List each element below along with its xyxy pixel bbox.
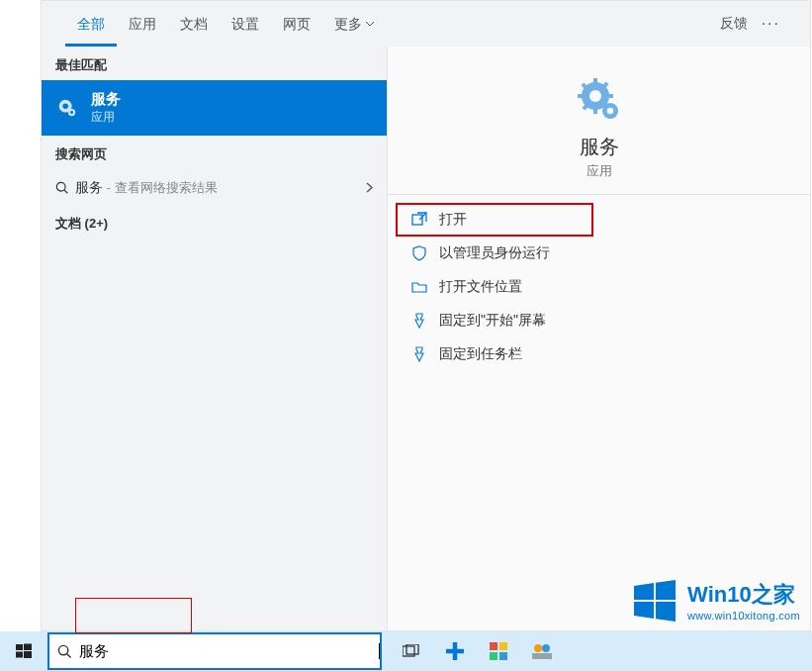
svg-rect-28 bbox=[446, 649, 464, 654]
svg-rect-9 bbox=[578, 94, 584, 98]
web-term-dash: - bbox=[103, 180, 115, 195]
svg-rect-31 bbox=[490, 652, 497, 660]
taskbar-app-1[interactable] bbox=[433, 631, 477, 671]
search-panel: 全部 应用 文档 设置 网页 更多 反馈 ··· 最佳匹配 服务 应用 搜索网页 bbox=[41, 0, 811, 631]
results-column: 最佳匹配 服务 应用 搜索网页 服务 - 查看网络搜索结果 bbox=[42, 47, 387, 630]
svg-point-23 bbox=[58, 645, 67, 654]
watermark-title: Win10之家 bbox=[687, 580, 800, 610]
web-term-sub: 查看网络搜索结果 bbox=[115, 180, 218, 195]
svg-rect-18 bbox=[412, 215, 422, 225]
svg-rect-8 bbox=[593, 108, 597, 114]
svg-rect-30 bbox=[499, 642, 507, 650]
svg-point-34 bbox=[542, 644, 550, 652]
shield-icon bbox=[411, 245, 427, 261]
detail-title: 服务 bbox=[580, 134, 619, 160]
windows-logo-icon bbox=[632, 578, 677, 623]
detail-actions: 打开 以管理员身份运行 打开文件位置 固定到"开始"屏幕 固定到任务栏 bbox=[388, 195, 810, 379]
action-open[interactable]: 打开 bbox=[396, 203, 593, 237]
tab-docs[interactable]: 文档 bbox=[168, 1, 220, 47]
svg-rect-7 bbox=[593, 78, 597, 84]
start-button[interactable] bbox=[0, 631, 47, 671]
action-pin-start-label: 固定到"开始"屏幕 bbox=[439, 312, 546, 330]
best-match-item[interactable]: 服务 应用 bbox=[42, 80, 387, 136]
open-icon bbox=[411, 212, 427, 228]
detail-gear-icon bbox=[576, 76, 623, 124]
tab-all[interactable]: 全部 bbox=[65, 1, 117, 47]
svg-point-33 bbox=[534, 644, 542, 652]
text-caret bbox=[379, 643, 380, 659]
search-input[interactable] bbox=[79, 634, 378, 668]
action-open-location-label: 打开文件位置 bbox=[439, 278, 522, 296]
filter-tabbar: 全部 应用 文档 设置 网页 更多 反馈 ··· bbox=[42, 1, 810, 47]
taskbar-search-box[interactable] bbox=[47, 632, 382, 670]
chevron-right-icon bbox=[366, 180, 373, 196]
chevron-down-icon bbox=[366, 22, 374, 27]
pin-icon bbox=[411, 313, 427, 329]
svg-point-3 bbox=[70, 111, 73, 114]
best-match-title: 服务 bbox=[91, 90, 121, 109]
svg-rect-29 bbox=[490, 642, 497, 650]
detail-sub: 应用 bbox=[586, 162, 612, 180]
docs-section-label[interactable]: 文档 (2+) bbox=[42, 207, 387, 240]
detail-header: 服务 应用 bbox=[388, 47, 810, 195]
svg-point-4 bbox=[56, 182, 65, 191]
action-pin-taskbar[interactable]: 固定到任务栏 bbox=[388, 337, 810, 371]
plus-icon bbox=[446, 642, 464, 660]
svg-point-17 bbox=[606, 108, 612, 114]
svg-rect-32 bbox=[499, 652, 507, 660]
taskbar-app-2[interactable] bbox=[477, 631, 520, 671]
svg-marker-38 bbox=[634, 602, 654, 619]
svg-point-15 bbox=[589, 90, 601, 102]
svg-rect-19 bbox=[16, 644, 23, 650]
tab-settings[interactable]: 设置 bbox=[220, 1, 271, 47]
more-menu-button[interactable]: ··· bbox=[756, 15, 786, 33]
best-match-sub: 应用 bbox=[91, 109, 121, 126]
app-icon bbox=[490, 642, 507, 660]
svg-rect-21 bbox=[16, 652, 23, 658]
tab-web[interactable]: 网页 bbox=[271, 1, 322, 47]
folder-icon bbox=[411, 279, 427, 295]
svg-line-24 bbox=[66, 653, 70, 657]
watermark-url: www.win10xitong.com bbox=[687, 610, 800, 622]
svg-rect-10 bbox=[607, 94, 613, 98]
tab-more[interactable]: 更多 bbox=[322, 1, 386, 47]
services-gear-icon bbox=[55, 96, 79, 120]
action-pin-taskbar-label: 固定到任务栏 bbox=[439, 345, 522, 363]
svg-line-5 bbox=[64, 190, 67, 193]
best-match-label: 最佳匹配 bbox=[42, 47, 387, 80]
action-open-label: 打开 bbox=[439, 211, 467, 229]
search-icon bbox=[49, 644, 79, 659]
feedback-link[interactable]: 反馈 bbox=[712, 15, 756, 33]
people-icon bbox=[532, 643, 552, 659]
action-run-admin-label: 以管理员身份运行 bbox=[439, 244, 550, 262]
windows-logo-icon bbox=[16, 643, 32, 659]
watermark: Win10之家 www.win10xitong.com bbox=[632, 578, 800, 623]
tab-more-label: 更多 bbox=[334, 1, 362, 47]
search-body: 最佳匹配 服务 应用 搜索网页 服务 - 查看网络搜索结果 bbox=[42, 47, 810, 630]
svg-rect-35 bbox=[532, 653, 552, 659]
tab-apps[interactable]: 应用 bbox=[117, 1, 168, 47]
svg-marker-36 bbox=[634, 583, 654, 600]
svg-rect-20 bbox=[24, 644, 32, 651]
task-view-icon bbox=[403, 644, 420, 658]
action-run-admin[interactable]: 以管理员身份运行 bbox=[388, 237, 810, 270]
detail-column: 服务 应用 打开 以管理员身份运行 打开文件位置 固定到"开始 bbox=[387, 47, 810, 630]
task-view-button[interactable] bbox=[390, 631, 433, 671]
pin-icon bbox=[411, 346, 427, 362]
svg-point-1 bbox=[62, 103, 67, 109]
svg-marker-39 bbox=[656, 602, 676, 622]
search-icon bbox=[55, 181, 75, 195]
action-open-location[interactable]: 打开文件位置 bbox=[388, 270, 810, 304]
taskbar-app-3[interactable] bbox=[520, 631, 564, 671]
svg-rect-22 bbox=[24, 651, 32, 658]
taskbar bbox=[0, 631, 812, 671]
web-search-label: 搜索网页 bbox=[42, 136, 387, 169]
web-search-item[interactable]: 服务 - 查看网络搜索结果 bbox=[42, 169, 387, 207]
web-term: 服务 bbox=[75, 179, 103, 195]
action-pin-start[interactable]: 固定到"开始"屏幕 bbox=[388, 304, 810, 337]
svg-marker-37 bbox=[656, 580, 676, 600]
